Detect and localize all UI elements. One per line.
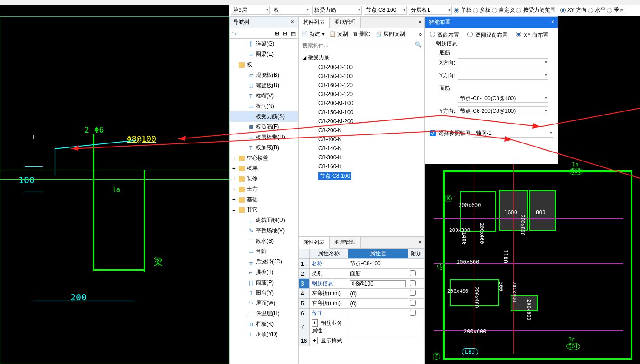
svg-line-7	[444, 131, 512, 140]
svg-line-9	[512, 140, 640, 178]
svg-marker-6	[71, 145, 79, 151]
svg-marker-8	[504, 136, 512, 142]
svg-marker-1	[178, 136, 186, 141]
svg-line-4	[540, 108, 640, 127]
svg-line-5	[71, 131, 444, 149]
svg-line-2	[442, 115, 540, 127]
annotation-arrows	[0, 0, 640, 364]
svg-marker-3	[532, 123, 540, 129]
svg-line-0	[178, 115, 442, 139]
